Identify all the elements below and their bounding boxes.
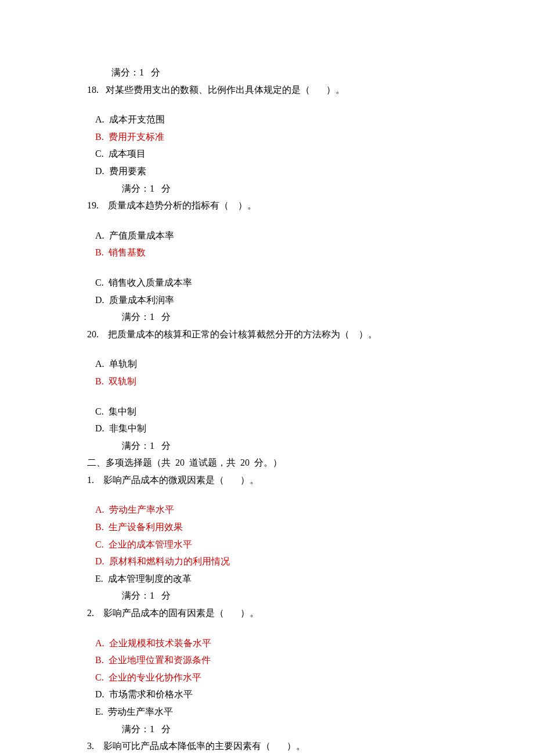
question-18-option-c: C. 成本项目 (87, 145, 447, 163)
blank-line (87, 98, 447, 111)
section-2-heading: 二、多项选择题（共 20 道试题，共 20 分。） (87, 454, 447, 471)
blank-line (87, 343, 447, 355)
question-19-score: 满分：1 分 (87, 308, 447, 326)
multi-1-option-a: A. 劳动生产率水平 (87, 501, 447, 519)
multi-2-stem: 2. 影响产品成本的固有因素是（ ）。 (87, 604, 447, 622)
blank-line (87, 488, 447, 501)
blank-line (87, 261, 447, 274)
blank-line (87, 622, 447, 635)
question-20-stem: 20. 把质量成本的核算和正常的会计核算截然分开的方法称为（ ）。 (87, 326, 447, 343)
question-20-option-b: B. 双轨制 (87, 373, 447, 390)
question-18-option-d: D. 费用要素 (87, 163, 447, 180)
multi-2-option-d: D. 市场需求和价格水平 (87, 686, 447, 703)
question-20-option-c: C. 集中制 (87, 403, 447, 420)
document-page: 满分：1 分 18. 对某些费用支出的数额、比例作出具体规定的是（ ）。 A. … (0, 0, 534, 756)
blank-line (87, 390, 447, 403)
multi-2-option-b: B. 企业地理位置和资源条件 (87, 651, 447, 669)
question-20-score: 满分：1 分 (87, 437, 447, 455)
multi-1-score: 满分：1 分 (87, 587, 447, 604)
question-18-score: 满分：1 分 (87, 180, 447, 197)
multi-2-option-a: A. 企业规模和技术装备水平 (87, 635, 447, 652)
multi-2-score: 满分：1 分 (87, 721, 447, 738)
multi-1-option-d: D. 原材料和燃料动力的利用情况 (87, 553, 447, 570)
question-19-option-b: B. 销售基数 (87, 244, 447, 261)
blank-line (87, 214, 447, 227)
multi-3-stem: 3. 影响可比产品成本降低率的主要因素有（ ）。 (87, 737, 447, 755)
question-19-stem: 19. 质量成本趋势分析的指标有（ ）。 (87, 197, 447, 214)
multi-1-option-b: B. 生产设备利用效果 (87, 519, 447, 536)
multi-1-option-e: E. 成本管理制度的改革 (87, 570, 447, 588)
question-19-option-a: A. 产值质量成本率 (87, 227, 447, 244)
score-line: 满分：1 分 (87, 64, 447, 81)
question-20-option-d: D. 非集中制 (87, 420, 447, 437)
question-18-option-a: A. 成本开支范围 (87, 111, 447, 128)
multi-1-stem: 1. 影响产品成本的微观因素是（ ）。 (87, 471, 447, 489)
question-18-stem: 18. 对某些费用支出的数额、比例作出具体规定的是（ ）。 (87, 81, 447, 99)
question-19-option-d: D. 质量成本利润率 (87, 291, 447, 309)
multi-2-option-c: C. 企业的专业化协作水平 (87, 669, 447, 686)
question-20-option-a: A. 单轨制 (87, 355, 447, 373)
question-18-option-b: B. 费用开支标准 (87, 128, 447, 146)
multi-1-option-c: C. 企业的成本管理水平 (87, 536, 447, 553)
multi-2-option-e: E. 劳动生产率水平 (87, 703, 447, 721)
question-19-option-c: C. 销售收入质量成本率 (87, 274, 447, 291)
